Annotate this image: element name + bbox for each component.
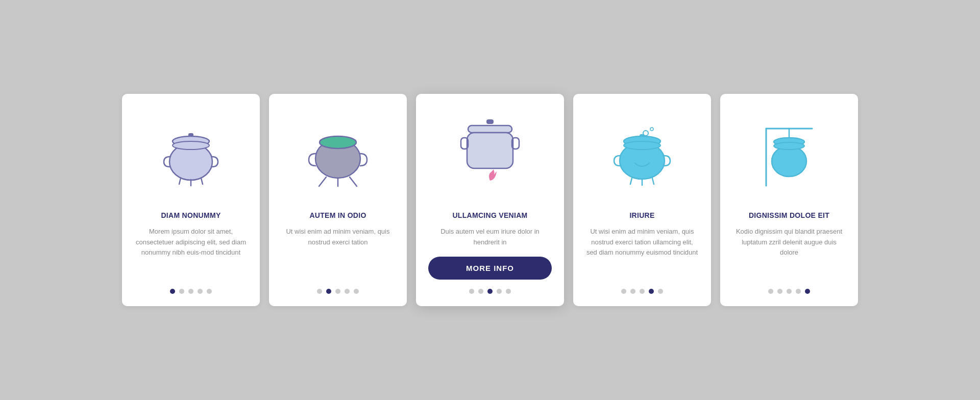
dot-0[interactable] <box>621 289 626 294</box>
card-card4: IRIUREUt wisi enim ad minim veniam, quis… <box>573 94 711 307</box>
dot-3[interactable] <box>649 289 654 294</box>
dot-2[interactable] <box>487 289 493 294</box>
card-text-card2: Ut wisi enim ad minim veniam, quis nostr… <box>281 227 395 280</box>
dot-3[interactable] <box>796 289 801 294</box>
dot-1[interactable] <box>630 289 635 294</box>
cards-container: DIAM NONUMMYMorem ipsum dolor sit amet, … <box>91 73 889 327</box>
dot-2[interactable] <box>787 289 792 294</box>
dot-3[interactable] <box>345 289 350 294</box>
dots-card3 <box>469 289 511 294</box>
card-text-card3: Duis autem vel eum iriure dolor in hendr… <box>428 227 552 248</box>
dot-2[interactable] <box>188 289 193 294</box>
dot-4[interactable] <box>658 289 663 294</box>
svg-point-30 <box>772 146 806 177</box>
dot-0[interactable] <box>768 289 773 294</box>
card-card1: DIAM NONUMMYMorem ipsum dolor sit amet, … <box>122 94 260 307</box>
dots-card2 <box>317 289 359 294</box>
dot-1[interactable] <box>326 289 331 294</box>
card-icon-card1 <box>134 109 248 201</box>
card-title-card5: DIGNISSIM DOLOE EIT <box>749 211 829 219</box>
dot-2[interactable] <box>335 289 340 294</box>
svg-line-11 <box>350 177 357 186</box>
svg-line-6 <box>201 178 203 184</box>
card-text-card5: Kodio dignissim qui blandit praesent lup… <box>732 227 846 280</box>
card-text-card4: Ut wisi enim ad minim veniam, quis nostr… <box>585 227 699 280</box>
svg-point-8 <box>320 136 356 148</box>
svg-line-9 <box>319 177 326 186</box>
card-title-card2: AUTEM IN ODIO <box>309 211 366 219</box>
card-icon-card5 <box>732 109 846 201</box>
svg-line-4 <box>179 178 181 184</box>
card-icon-card3 <box>428 109 552 201</box>
card-title-card4: IRIURE <box>629 211 654 219</box>
dot-3[interactable] <box>497 289 502 294</box>
dots-card1 <box>170 289 212 294</box>
svg-rect-12 <box>486 119 494 124</box>
dot-0[interactable] <box>469 289 474 294</box>
dot-4[interactable] <box>354 289 359 294</box>
dot-0[interactable] <box>170 289 175 294</box>
more-info-button[interactable]: MORE INFO <box>428 257 552 280</box>
svg-line-25 <box>652 178 654 184</box>
svg-point-3 <box>173 141 209 149</box>
dot-3[interactable] <box>198 289 203 294</box>
card-title-card3: ULLAMCING VENIAM <box>452 211 527 219</box>
dot-4[interactable] <box>805 289 810 294</box>
dots-card4 <box>621 289 663 294</box>
dot-4[interactable] <box>207 289 212 294</box>
card-card3: ULLAMCING VENIAMDuis autem vel eum iriur… <box>416 94 564 307</box>
dot-1[interactable] <box>777 289 782 294</box>
card-title-card1: DIAM NONUMMY <box>161 211 220 219</box>
card-icon-card2 <box>281 109 395 201</box>
card-icon-card4 <box>585 109 699 201</box>
svg-rect-14 <box>467 133 513 168</box>
dot-0[interactable] <box>317 289 322 294</box>
card-card5: DIGNISSIM DOLOE EITKodio dignissim qui b… <box>720 94 858 307</box>
dot-2[interactable] <box>640 289 645 294</box>
svg-point-22 <box>624 141 660 149</box>
dot-1[interactable] <box>478 289 483 294</box>
svg-line-23 <box>630 178 632 184</box>
card-card2: AUTEM IN ODIOUt wisi enim ad minim venia… <box>269 94 407 307</box>
card-text-card1: Morem ipsum dolor sit amet, consectetuer… <box>134 227 248 280</box>
dot-1[interactable] <box>179 289 184 294</box>
dot-4[interactable] <box>506 289 511 294</box>
svg-point-31 <box>774 142 804 149</box>
dots-card5 <box>768 289 810 294</box>
svg-point-18 <box>650 128 653 131</box>
svg-rect-13 <box>468 126 512 133</box>
